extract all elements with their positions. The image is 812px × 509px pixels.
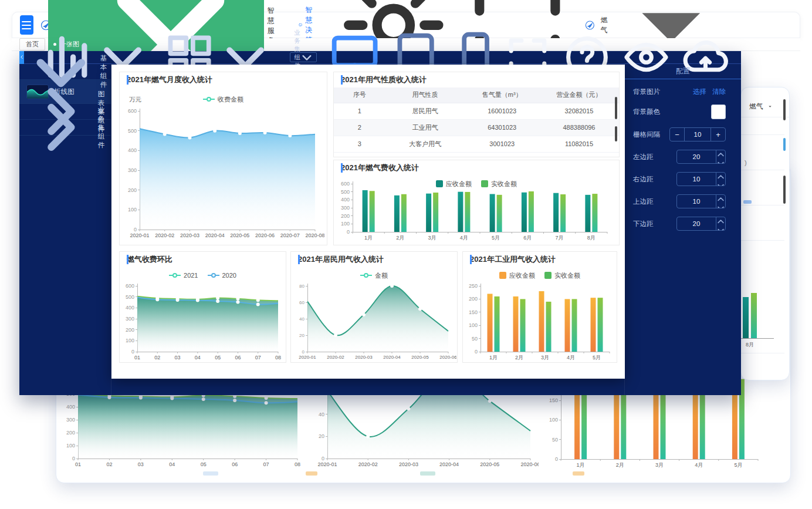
bg-legend-fragment: [306, 471, 317, 476]
chart-legend: 20212020: [120, 271, 286, 280]
number-value[interactable]: 20: [677, 217, 716, 230]
svg-text:200: 200: [469, 296, 478, 302]
svg-text:100: 100: [549, 417, 558, 423]
svg-text:40: 40: [319, 412, 324, 417]
legend-swatch-icon: [544, 272, 552, 279]
legend-label: 应收金额: [509, 271, 535, 280]
table-column-header: 营业金额（元）: [539, 87, 619, 103]
component-type-select[interactable]: 业务集组件类型: [290, 52, 317, 62]
margin-bottom-input[interactable]: 20: [676, 217, 726, 231]
legend-item[interactable]: 应收金额: [436, 180, 472, 188]
table-cell: 3: [334, 136, 385, 152]
chart-legend: 金额: [291, 271, 457, 280]
chart-title: 2021年燃气月度收入统计: [127, 75, 212, 85]
card-monthly-income[interactable]: 2021年燃气月度收入统计 万元 收费金额 010020030040050060…: [119, 72, 327, 245]
monthly-income-chart[interactable]: 01002003004005006002020-012020-022020-03…: [122, 105, 324, 241]
svg-text:2月: 2月: [616, 462, 624, 468]
margin-top-input[interactable]: 10: [676, 194, 726, 208]
chevron-right-icon: [26, 93, 94, 161]
chart-title-row: 2021年燃气费收入统计: [334, 160, 619, 176]
svg-text:2020-05: 2020-05: [480, 461, 499, 467]
card-fee-income[interactable]: 2021年燃气费收入统计 应收金额实收金额 010020030040050060…: [333, 160, 620, 245]
table-row[interactable]: 2工业用气64301023488388096: [334, 119, 619, 136]
svg-text:2020-02: 2020-02: [358, 461, 378, 467]
bg-fee-mom-chart: 01002003004005000102030405060708: [59, 389, 306, 471]
card-fee-mom[interactable]: 燃气收费环比 20212020 010020030040050060001020…: [119, 251, 286, 363]
svg-text:08: 08: [275, 355, 281, 360]
spin-up-icon[interactable]: [716, 217, 725, 226]
config-panel-title[interactable]: 配置: [625, 64, 741, 79]
svg-text:20: 20: [299, 333, 304, 338]
svg-text:60: 60: [299, 300, 304, 305]
table-cell: 32082015: [539, 103, 619, 119]
table-row[interactable]: 1居民用气1600102332082015: [334, 103, 619, 119]
minus-button[interactable]: −: [670, 128, 684, 141]
legend-item[interactable]: 应收金额: [499, 271, 535, 280]
table-row[interactable]: 3大客户用气300102311082015: [334, 136, 619, 152]
svg-text:03: 03: [138, 461, 144, 467]
card-usage-table[interactable]: 2021年用气性质收入统计 序号用气性质售气量（m³）营业金额（元） 1居民用气…: [333, 72, 620, 157]
svg-text:600: 600: [126, 283, 134, 289]
chart-title: 燃气收费环比: [127, 254, 172, 265]
legend-item[interactable]: 实收金额: [481, 180, 517, 188]
number-value[interactable]: 20: [677, 150, 716, 163]
bg-image-clear-link[interactable]: 清除: [712, 87, 726, 96]
table-scrollbar[interactable]: [615, 126, 617, 141]
spin-down-icon[interactable]: [716, 204, 725, 208]
plus-button[interactable]: +: [711, 128, 725, 141]
table-cell: 16001023: [465, 103, 539, 119]
card-residential[interactable]: 2021年居民用气收入统计 金额 0204060802020-012020-02…: [290, 251, 458, 363]
legend-line-marker-icon: [208, 273, 219, 278]
spin-up-icon[interactable]: [716, 173, 725, 181]
spin-down-icon[interactable]: [716, 226, 725, 231]
svg-text:7月: 7月: [556, 235, 564, 241]
margin-left-input[interactable]: 20: [676, 150, 726, 164]
spin-down-icon[interactable]: [716, 181, 725, 186]
field-label: 背景颜色: [633, 107, 660, 116]
svg-text:04: 04: [169, 461, 175, 467]
svg-text:2020-01: 2020-01: [317, 461, 337, 467]
legend-item[interactable]: 2021: [169, 272, 198, 279]
legend-item[interactable]: 实收金额: [544, 271, 580, 280]
svg-text:07: 07: [255, 355, 261, 360]
y-axis-unit: 万元: [129, 96, 141, 104]
margin-right-input[interactable]: 10: [676, 172, 726, 186]
user-avatar[interactable]: [585, 18, 595, 33]
config-row-margin-top: 上边距 10: [625, 194, 741, 208]
sidebar-section-businessset[interactable]: 业务集组件: [19, 120, 111, 136]
legend-item[interactable]: 2020: [208, 272, 236, 279]
grid-gap-value[interactable]: 10: [684, 128, 711, 141]
residential-chart[interactable]: 0204060802020-012020-022020-032020-04202…: [292, 281, 456, 362]
spin-up-icon[interactable]: [716, 150, 725, 159]
bg-image-select-link[interactable]: 选择: [693, 87, 706, 96]
field-label: 左边距: [633, 153, 654, 161]
svg-text:2月: 2月: [515, 355, 523, 360]
card-industrial[interactable]: 2021年工业用气收入统计 应收金额实收金额 0501001502002501月…: [462, 251, 617, 363]
spin-up-icon[interactable]: [716, 195, 725, 204]
sidebar-section-label: 业务集组件: [98, 106, 111, 150]
chart-legend: 应收金额实收金额: [463, 271, 617, 280]
hamburger-menu-button[interactable]: [20, 15, 33, 35]
bg-color-swatch[interactable]: [711, 105, 726, 119]
fee-mom-chart[interactable]: 01002003004005006000102030405060708: [121, 281, 285, 362]
table-column-header: 售气量（m³）: [465, 87, 539, 103]
collapse-sidebar-button[interactable]: [19, 51, 24, 64]
number-value[interactable]: 10: [677, 195, 716, 208]
spin-down-icon[interactable]: [716, 159, 725, 164]
svg-text:2020-04: 2020-04: [205, 232, 225, 238]
field-label: 右边距: [633, 175, 654, 184]
number-value[interactable]: 10: [677, 173, 716, 186]
legend-item[interactable]: 收费金额: [203, 95, 243, 104]
grid-gap-stepper: − 10 +: [669, 127, 726, 141]
industrial-chart[interactable]: 0501001502002501月2月3月4月5月: [464, 281, 615, 362]
svg-text:4月: 4月: [460, 235, 468, 241]
svg-text:07: 07: [263, 461, 269, 467]
bg-residential-chart: 02040602020-012020-022020-032020-042020-…: [310, 383, 539, 471]
legend-item[interactable]: 金额: [360, 271, 388, 280]
svg-text:500: 500: [128, 128, 137, 134]
dashboard-canvas: 2021年燃气月度收入统计 万元 收费金额 010020030040050060…: [111, 65, 625, 379]
svg-text:400: 400: [66, 404, 75, 410]
svg-text:2020-06: 2020-06: [439, 355, 456, 360]
svg-text:8月: 8月: [587, 235, 596, 241]
table-scrollbar[interactable]: [615, 97, 617, 119]
